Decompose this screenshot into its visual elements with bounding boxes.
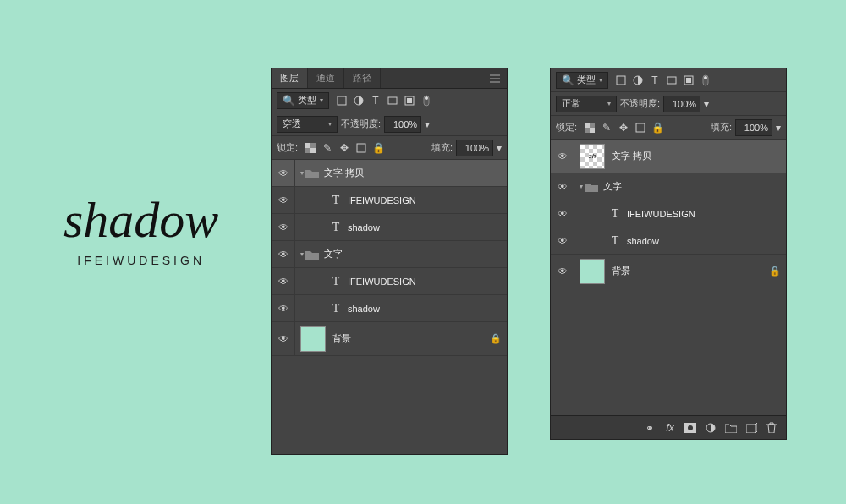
- filter-shape-icon[interactable]: [387, 95, 398, 107]
- layer-name: 文字 拷贝: [612, 150, 651, 162]
- chevron-down-icon[interactable]: ▾: [704, 98, 709, 110]
- layer-group-copy[interactable]: 👁 ▾ 文字 拷贝: [272, 160, 507, 187]
- fill-label: 填充:: [711, 121, 732, 134]
- visibility-toggle[interactable]: 👁: [272, 160, 295, 186]
- type-icon: T: [608, 208, 622, 220]
- tab-layers[interactable]: 图层: [272, 68, 308, 88]
- layer-name: IFEIWUDESIGN: [348, 277, 416, 287]
- opacity-value[interactable]: 100%: [384, 116, 421, 133]
- filter-shape-icon[interactable]: [666, 74, 678, 86]
- lock-row: 锁定: ✎ ✥ 🔒 填充: 100% ▾: [551, 116, 786, 140]
- canvas-artwork: shadow IFEIWUDESIGN: [63, 194, 218, 267]
- lock-all-icon[interactable]: 🔒: [651, 122, 663, 134]
- opacity-label: 不透明度:: [341, 118, 381, 130]
- lock-position-icon[interactable]: ✥: [618, 122, 629, 134]
- blend-mode-select[interactable]: 正常 ▾: [556, 96, 617, 112]
- svg-point-17: [704, 76, 707, 79]
- lock-row: 锁定: ✎ ✥ 🔒 填充: 100% ▾: [272, 136, 507, 160]
- lock-icon[interactable]: 🔒: [769, 266, 781, 277]
- chevron-down-icon: ▾: [599, 76, 602, 84]
- fill-value[interactable]: 100%: [456, 140, 493, 156]
- visibility-toggle[interactable]: 👁: [272, 214, 295, 240]
- chevron-down-icon[interactable]: ▾: [425, 118, 430, 130]
- lock-artboard-icon[interactable]: [355, 142, 367, 154]
- filter-pixel-icon[interactable]: [615, 74, 627, 86]
- svg-rect-0: [338, 96, 346, 105]
- visibility-toggle[interactable]: 👁: [272, 322, 295, 355]
- layer-background[interactable]: 👁 背景 🔒: [272, 322, 507, 356]
- filter-adjustment-icon[interactable]: [353, 95, 365, 107]
- layer-text-1[interactable]: 👁 T IFEIWUDESIGN: [272, 187, 507, 214]
- layer-text-3[interactable]: 👁 T IFEIWUDESIGN: [272, 268, 507, 295]
- visibility-toggle[interactable]: 👁: [272, 268, 295, 294]
- filter-smart-icon[interactable]: [683, 74, 695, 86]
- visibility-toggle[interactable]: 👁: [272, 295, 295, 321]
- svg-rect-15: [686, 78, 691, 83]
- lock-transparency-icon[interactable]: [305, 142, 316, 154]
- lock-artboard-icon[interactable]: [634, 122, 646, 134]
- opacity-value[interactable]: 100%: [663, 96, 700, 112]
- lock-pixels-icon[interactable]: ✎: [321, 142, 333, 154]
- lock-position-icon[interactable]: ✥: [338, 142, 350, 154]
- delete-layer-icon[interactable]: [766, 422, 777, 434]
- svg-rect-2: [388, 97, 397, 104]
- layer-text-4[interactable]: 👁 T shadow: [272, 295, 507, 322]
- panel-menu-icon[interactable]: [483, 68, 507, 88]
- layer-name: 文字 拷贝: [324, 167, 364, 179]
- svg-rect-8: [305, 143, 310, 148]
- link-layers-icon[interactable]: ⚭: [644, 422, 656, 434]
- filter-toggle-icon[interactable]: [700, 74, 711, 86]
- visibility-toggle[interactable]: 👁: [551, 140, 574, 173]
- filter-type-icon[interactable]: T: [370, 95, 382, 107]
- chevron-down-icon: ▾: [320, 96, 323, 104]
- visibility-toggle[interactable]: 👁: [272, 241, 295, 267]
- layer-smartobject-copy[interactable]: 👁 sh 文字 拷贝: [551, 140, 786, 173]
- new-layer-icon[interactable]: [745, 422, 757, 434]
- layer-text-2[interactable]: 👁 T shadow: [272, 214, 507, 241]
- layer-name: shadow: [627, 236, 659, 246]
- filter-pixel-icon[interactable]: [336, 95, 348, 107]
- layers-panel-left: 图层 通道 路径 🔍 类型 ▾ T 穿透 ▾ 不透明度: 100% ▾: [271, 68, 508, 455]
- chevron-down-icon[interactable]: ▾: [497, 142, 502, 154]
- expand-toggle[interactable]: ▾: [300, 250, 304, 258]
- layers-list: 👁 sh 文字 拷贝 👁 ▾ 文字 👁 T IFEIWUDESIGN 👁 T s…: [551, 140, 786, 288]
- layer-filter-select[interactable]: 🔍 类型 ▾: [556, 72, 608, 89]
- layer-effects-icon[interactable]: fx: [664, 422, 676, 434]
- visibility-toggle[interactable]: 👁: [551, 200, 574, 227]
- visibility-toggle[interactable]: 👁: [551, 173, 574, 200]
- lock-icons: ✎ ✥ 🔒: [305, 142, 384, 154]
- visibility-toggle[interactable]: 👁: [272, 187, 295, 213]
- folder-icon: [585, 181, 598, 193]
- lock-icon[interactable]: 🔒: [490, 333, 502, 344]
- fill-value[interactable]: 100%: [735, 119, 772, 136]
- filter-adjustment-icon[interactable]: [632, 74, 644, 86]
- lock-pixels-icon[interactable]: ✎: [601, 122, 613, 134]
- lock-all-icon[interactable]: 🔒: [372, 142, 384, 154]
- lock-icons: ✎ ✥ 🔒: [584, 122, 663, 134]
- visibility-toggle[interactable]: 👁: [551, 227, 574, 254]
- layer-text-2[interactable]: 👁 T shadow: [551, 227, 786, 255]
- layer-group-text[interactable]: 👁 ▾ 文字: [551, 173, 786, 200]
- new-group-icon[interactable]: [725, 422, 737, 434]
- filter-smart-icon[interactable]: [404, 95, 415, 107]
- expand-toggle[interactable]: ▾: [580, 183, 583, 190]
- layer-background[interactable]: 👁 背景 🔒: [551, 255, 786, 288]
- filter-type-icon[interactable]: T: [649, 74, 661, 86]
- visibility-toggle[interactable]: 👁: [551, 255, 574, 288]
- filter-toggle-icon[interactable]: [420, 95, 432, 107]
- adjustment-layer-icon[interactable]: [705, 422, 717, 434]
- expand-toggle[interactable]: ▾: [300, 169, 304, 177]
- layer-group-text[interactable]: 👁 ▾ 文字: [272, 241, 507, 268]
- chevron-down-icon[interactable]: ▾: [776, 122, 781, 134]
- type-icon: T: [329, 194, 343, 206]
- lock-transparency-icon[interactable]: [584, 122, 596, 134]
- layer-mask-icon[interactable]: [684, 422, 696, 434]
- tab-channels[interactable]: 通道: [308, 68, 344, 88]
- folder-icon: [305, 249, 319, 260]
- svg-rect-19: [585, 123, 590, 128]
- blend-mode-select[interactable]: 穿透 ▾: [277, 116, 338, 133]
- layer-text-1[interactable]: 👁 T IFEIWUDESIGN: [551, 200, 786, 227]
- tab-paths[interactable]: 路径: [344, 68, 381, 88]
- layer-filter-select[interactable]: 🔍 类型 ▾: [277, 92, 329, 109]
- search-icon: 🔍: [283, 95, 294, 107]
